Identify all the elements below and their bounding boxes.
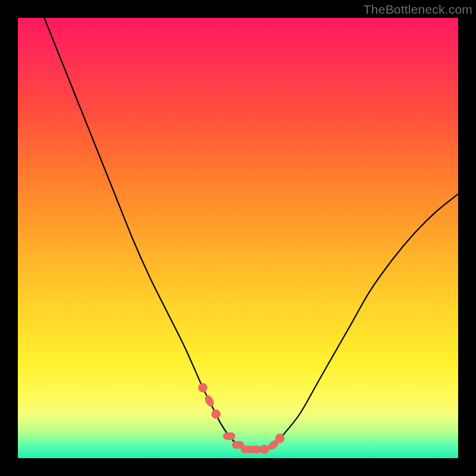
marker-tilted <box>203 394 215 408</box>
plot-area <box>18 18 458 458</box>
watermark-text: TheBottleneck.com <box>364 2 472 17</box>
highlight-dots <box>198 383 284 454</box>
marker-dot <box>212 410 221 419</box>
chart-frame: TheBottleneck.com <box>0 0 476 476</box>
curve-layer <box>18 18 458 458</box>
marker-dot <box>198 383 207 392</box>
marker-dot <box>260 445 269 454</box>
bottleneck-curve <box>44 18 458 450</box>
marker-dot <box>275 434 284 443</box>
marker-pill <box>223 433 235 440</box>
marker-pill <box>250 446 262 453</box>
